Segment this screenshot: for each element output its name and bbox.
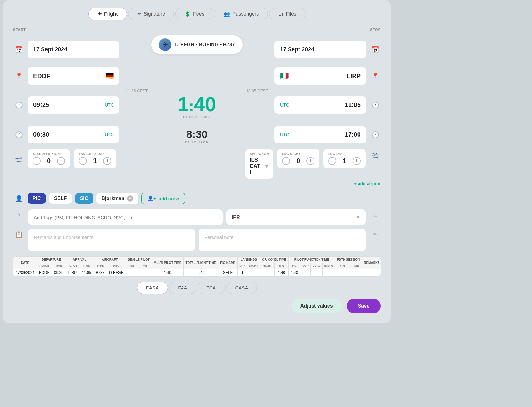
tab-signature[interactable]: ✒ Signature — [128, 8, 174, 20]
add-airport-link[interactable]: + add airport — [354, 181, 381, 186]
sub-dual: DUAL — [310, 263, 322, 269]
aircraft-badge[interactable]: ✈ D-EFGH • BOEING • B737 — [151, 35, 243, 54]
ldg-night-plus[interactable]: + — [306, 157, 314, 165]
duty-end-field[interactable]: UTC 17:00 — [274, 126, 366, 143]
save-button[interactable]: Save — [347, 299, 381, 313]
bottom-tabs: EASA FAA TCA CASA — [13, 282, 381, 294]
personal-note-field[interactable]: Personal note — [199, 229, 366, 251]
ifr-select[interactable]: IFR ▼ — [226, 209, 366, 225]
clock-stop-icon: 🕐 — [369, 99, 381, 111]
col-arrival: ARRIVAL — [66, 257, 93, 263]
tab-fees-label: Fees — [193, 11, 204, 17]
departure-time-value: 09:25 — [33, 101, 49, 108]
sub-arr-place: PLACE — [66, 263, 79, 269]
landing-icon: 🛬 — [369, 149, 381, 160]
tab-passengers[interactable]: 👥 Passengers — [215, 8, 268, 20]
ldg-day-minus[interactable]: − — [328, 157, 336, 165]
remove-crew-btn[interactable]: ✕ — [127, 195, 133, 202]
stop-date-field[interactable]: 17 Sept 2024 — [274, 41, 366, 58]
departure-place-field[interactable]: EDDF 🇩🇪 — [28, 67, 119, 85]
takeoffs-day-value: 1 — [91, 157, 99, 165]
add-crew-icon: 👤+ — [148, 196, 156, 201]
bottom-tab-easa[interactable]: EASA — [137, 282, 168, 294]
col-fstd: FSTD SESSION — [335, 257, 362, 263]
col-op-cond: OP. COND. TIME — [260, 257, 289, 263]
sub-arr-time: TIME — [79, 263, 93, 269]
tab-files[interactable]: 🗂 Files — [269, 8, 305, 20]
bottom-tab-tca[interactable]: TCA — [198, 282, 225, 294]
sub-se: SE — [126, 263, 138, 269]
approach-value: ILS CAT I — [250, 157, 262, 176]
duty-time-display: 8:30 DUTY TIME — [185, 128, 209, 144]
clock-duty-end-icon: 🕐 — [369, 129, 381, 140]
aircraft-display: D-EFGH • BOEING • B737 — [175, 42, 235, 48]
approach-box[interactable]: APPROACH ILS CAT I ▼ — [245, 149, 273, 179]
ldg-night-minus[interactable]: − — [282, 157, 290, 165]
duty-time-value: 8:30 — [185, 128, 209, 140]
takeoff-icon: 🛫 — [13, 153, 24, 164]
pic-badge: PIC — [28, 193, 46, 204]
add-crew-label: add crew — [159, 196, 179, 201]
col-date: DATE — [13, 257, 37, 269]
sub-dep-time: TIME — [52, 263, 66, 269]
duty-start-field[interactable]: 08:30 UTC — [28, 126, 119, 143]
takeoffs-night-plus[interactable]: + — [57, 157, 65, 165]
ldg-day-box: LDG DAY − 1 + — [323, 149, 366, 168]
clock-start-icon: 🕐 — [13, 99, 24, 111]
block-time-hours: 1 — [178, 93, 189, 116]
sic-badge: SIC — [75, 193, 93, 204]
self-badge[interactable]: SELF — [49, 193, 72, 204]
start-date-field[interactable]: 17 Sept 2024 — [28, 41, 119, 58]
start-label: START — [13, 28, 119, 32]
top-tabs: ✈ Flight ✒ Signature 💲 Fees 👥 Passengers… — [13, 8, 381, 20]
takeoffs-day-minus[interactable]: − — [79, 157, 87, 165]
flag-de: 🇩🇪 — [105, 72, 114, 80]
duty-time-label: DUTY TIME — [185, 140, 209, 144]
takeoffs-night-label: TAKEOFFS NIGHT — [33, 152, 65, 156]
adjust-values-button[interactable]: Adjust values — [292, 299, 342, 313]
tab-passengers-label: Passengers — [233, 11, 259, 17]
sic-label: SIC — [80, 196, 88, 201]
approach-label: APPROACH — [250, 152, 269, 156]
block-time-minutes: 40 — [194, 93, 216, 116]
remarks-field[interactable]: Remarks and Endorsements — [28, 229, 195, 251]
location-start-icon: 📍 — [13, 70, 24, 82]
self-label: SELF — [54, 196, 67, 201]
passengers-icon: 👥 — [224, 11, 230, 17]
tab-fees[interactable]: 💲 Fees — [175, 8, 213, 20]
log-table: DATE DEPARTURE ARRIVAL AIRCRAFT SINGLE P… — [13, 256, 381, 277]
stop-label: STOP — [274, 28, 381, 32]
add-crew-button[interactable]: 👤+ add crew — [141, 193, 185, 204]
tags-ifr-section: # IFR ▼ ≡ — [13, 209, 381, 225]
tab-signature-label: Signature — [144, 11, 165, 17]
tab-flight[interactable]: ✈ Flight — [88, 8, 127, 20]
edit-icon: ✏ — [369, 229, 381, 240]
flag-it: 🇮🇹 — [280, 72, 289, 80]
remarks-icon: 📋 — [13, 229, 24, 240]
arrival-time-field[interactable]: UTC 11:05 — [274, 96, 366, 114]
sic-name-badge[interactable]: Bjorkman ✕ — [96, 193, 138, 204]
takeoffs-day-plus[interactable]: + — [103, 157, 111, 165]
aircraft-avatar: ✈ — [159, 38, 171, 51]
calendar-stop-icon: 📅 — [369, 44, 381, 55]
tags-input[interactable] — [28, 209, 223, 225]
clock-duty-start-icon: 🕐 — [13, 129, 24, 140]
personal-note-placeholder: Personal note — [204, 234, 233, 240]
bottom-tab-faa[interactable]: FAA — [169, 282, 196, 294]
ldg-day-plus[interactable]: + — [353, 157, 361, 165]
tab-flight-label: Flight — [104, 11, 118, 17]
filter-icon: ≡ — [369, 209, 381, 221]
departure-time-field[interactable]: 09:25 UTC — [28, 96, 119, 114]
col-pilot-func: PILOT FUNCTION TIME — [288, 257, 335, 263]
sub-ac-reg: REG — [107, 263, 126, 269]
takeoffs-night-minus[interactable]: − — [33, 157, 41, 165]
location-stop-icon: 📍 — [369, 70, 381, 82]
sub-night: NIGHT — [260, 263, 275, 269]
ldg-day-value: 1 — [341, 157, 348, 165]
arrival-place-field[interactable]: 🇮🇹 LIRP — [274, 67, 366, 85]
stop-date-value: 17 Sept 2024 — [280, 46, 314, 53]
bottom-tab-casa[interactable]: CASA — [226, 282, 257, 294]
departure-place-value: EDDF — [33, 73, 50, 80]
sub-ifr: IFR — [275, 263, 289, 269]
ldg-night-label: LDG NIGHT — [282, 152, 314, 156]
